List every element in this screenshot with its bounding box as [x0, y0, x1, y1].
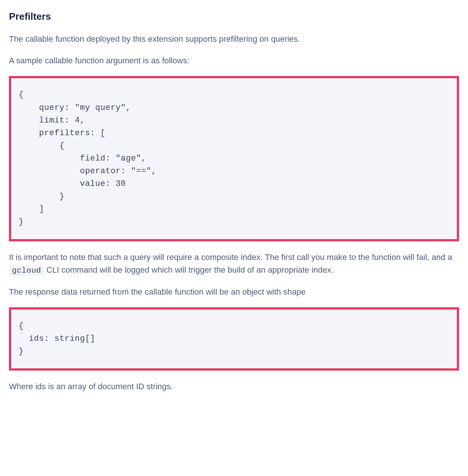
- closing-paragraph: Where ids is an array of document ID str…: [9, 380, 459, 393]
- intro-paragraph-2: A sample callable function argument is a…: [9, 54, 459, 67]
- note-paragraph: It is important to note that such a quer…: [9, 251, 459, 277]
- inline-code-gcloud: gcloud: [9, 266, 44, 276]
- response-paragraph: The response data returned from the call…: [9, 286, 459, 298]
- code-block-response-shape: { ids: string[] }: [9, 307, 459, 371]
- note-text-after: CLI command will be logged which will tr…: [44, 265, 333, 275]
- code-block-sample-argument: { query: "my query", limit: 4, prefilter…: [9, 76, 459, 241]
- note-text-before: It is important to note that such a quer…: [9, 253, 452, 262]
- intro-paragraph-1: The callable function deployed by this e…: [9, 33, 459, 45]
- section-heading: Prefilters: [9, 9, 459, 24]
